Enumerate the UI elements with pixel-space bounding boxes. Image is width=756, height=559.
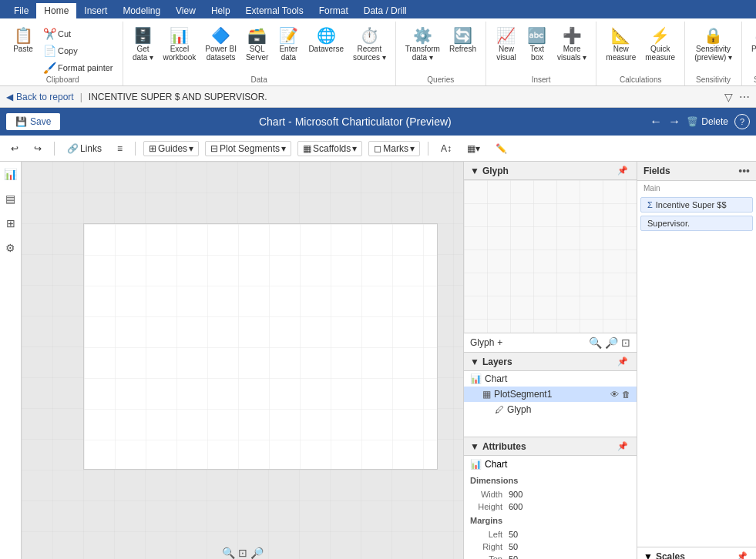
- tab-file[interactable]: File: [6, 3, 36, 18]
- save-button[interactable]: 💾 Save: [6, 113, 60, 130]
- get-data-button[interactable]: 🗄️ Getdata ▾: [129, 26, 157, 63]
- glyph-zoom-in-btn[interactable]: 🔍: [589, 336, 602, 349]
- canvas-zoom-out-btn[interactable]: 🔍: [222, 547, 235, 559]
- layer-visibility-btn[interactable]: 👁: [610, 390, 619, 399]
- sensitivity-group-label: Sensitivity: [696, 75, 731, 85]
- tab-view[interactable]: View: [168, 3, 203, 18]
- ribbon-tabs: File Home Insert Modeling View Help Exte…: [0, 0, 756, 18]
- new-measure-button[interactable]: 📐 Newmeasure: [603, 26, 639, 63]
- powerbi-datasets-icon: 🔷: [211, 28, 230, 43]
- layer-glyph-item[interactable]: 🖊 Glyph: [464, 402, 637, 417]
- scaffolds-label: Scaffolds: [313, 143, 351, 154]
- filter-icon[interactable]: ▽: [724, 91, 733, 103]
- tab-external-tools[interactable]: External Tools: [238, 3, 311, 18]
- transform-data-button[interactable]: ⚙️ Transformdata ▾: [402, 26, 443, 63]
- sql-server-button[interactable]: 🗃️ SQLServer: [243, 26, 271, 63]
- ribbon-group-calculations: 📐 Newmeasure ⚡ Quickmeasure Calculations: [596, 22, 685, 85]
- fields-more-button[interactable]: •••: [738, 165, 750, 177]
- glyph-zoom-controls: 🔍 🔎 ⊡: [589, 336, 630, 349]
- tab-help[interactable]: Help: [203, 3, 238, 18]
- plot-segment-icon: ▦: [482, 389, 491, 400]
- glyph-add-button[interactable]: Glyph +: [470, 337, 502, 348]
- left-icon-layers[interactable]: ▤: [2, 189, 18, 208]
- canvas-zoom-in-btn[interactable]: 🔎: [250, 547, 264, 559]
- text-box-icon: 🔤: [527, 28, 546, 43]
- scales-pin-button[interactable]: 📌: [734, 551, 750, 559]
- layer-delete-btn[interactable]: 🗑: [622, 390, 630, 399]
- calculations-group-label: Calculations: [620, 75, 661, 85]
- field-incentive-item[interactable]: Σ Incentive Super $$: [640, 197, 753, 213]
- glyph-zoom-fit-btn[interactable]: ⊡: [621, 336, 630, 349]
- shape-icon-button[interactable]: ▦▾: [462, 142, 485, 156]
- more-visuals-icon: ➕: [563, 28, 582, 43]
- resize-right-icon[interactable]: →: [668, 115, 680, 129]
- attributes-pin-button[interactable]: 📌: [615, 440, 630, 452]
- tab-data-drill[interactable]: Data / Drill: [356, 3, 415, 18]
- scales-collapse-icon[interactable]: ▼: [643, 551, 653, 560]
- cut-button[interactable]: ✂️ Cut: [40, 26, 116, 42]
- links-button[interactable]: 🔗 Links: [62, 142, 106, 156]
- tab-modeling[interactable]: Modeling: [115, 3, 168, 18]
- refresh-button[interactable]: 🔄 Refresh: [446, 26, 479, 55]
- list-icon-button[interactable]: ≡: [113, 142, 127, 156]
- glyph-panel: ▼ Glyph 📌: [464, 162, 637, 353]
- canvas-zoom-reset-btn[interactable]: ⊡: [238, 547, 247, 559]
- width-row: Width 900: [464, 488, 637, 500]
- clipboard-group-label: Clipboard: [46, 75, 79, 85]
- text-icon-button[interactable]: A↕: [436, 142, 456, 156]
- more-options-icon[interactable]: ⋯: [739, 91, 750, 103]
- dataverse-button[interactable]: 🌐 Dataverse: [305, 26, 347, 55]
- delete-button[interactable]: 🗑️ Delete: [687, 116, 728, 127]
- attributes-collapse-icon[interactable]: ▼: [470, 441, 479, 452]
- tab-insert[interactable]: Insert: [76, 3, 115, 18]
- help-button[interactable]: ?: [734, 114, 750, 129]
- right-margin-row: Right 50: [464, 541, 637, 553]
- powerbi-datasets-button[interactable]: 🔷 Power BIdatasets: [202, 26, 240, 63]
- cut-icon: ✂️: [43, 28, 56, 40]
- scaffolds-dropdown[interactable]: ▦ Scaffolds ▾: [297, 141, 362, 156]
- plot-segments-dropdown[interactable]: ⊟ Plot Segments ▾: [205, 141, 291, 156]
- left-icon-settings[interactable]: ⚙: [2, 239, 18, 257]
- marks-dropdown[interactable]: ◻ Marks ▾: [368, 141, 420, 156]
- paste-button[interactable]: 📋 Paste: [9, 26, 37, 55]
- delete-label: Delete: [701, 116, 728, 127]
- main-content: 📊 ▤ ⊞ ⚙: [0, 162, 756, 559]
- canvas-zoom-controls: 🔍 ⊡ 🔎: [222, 547, 264, 559]
- layers-panel-actions: 📌: [615, 356, 630, 367]
- excel-button[interactable]: 📊 Excelworkbook: [160, 26, 200, 63]
- tab-home[interactable]: Home: [36, 3, 76, 18]
- sensitivity-button[interactable]: 🔒 Sensitivity(preview) ▾: [691, 26, 735, 63]
- guides-dropdown[interactable]: ⊞ Guides ▾: [143, 141, 199, 156]
- recent-sources-button[interactable]: ⏱️ Recentsources ▾: [350, 26, 389, 63]
- field-supervisor-item[interactable]: Supervisor.: [640, 216, 753, 231]
- tab-format[interactable]: Format: [311, 3, 356, 18]
- publish-button[interactable]: ☁️ Publish: [748, 26, 756, 55]
- canvas-inner-grid: [84, 224, 437, 469]
- layer-chart-item[interactable]: 📊 Chart: [464, 371, 637, 387]
- pencil-button[interactable]: ✏️: [491, 142, 512, 156]
- format-painter-button[interactable]: 🖌️ Format painter: [40, 60, 116, 75]
- layers-pin-button[interactable]: 📌: [615, 356, 630, 367]
- resize-left-icon[interactable]: ←: [650, 115, 662, 129]
- glyph-zoom-out-btn[interactable]: 🔎: [605, 336, 618, 349]
- layer-plot-segment-item[interactable]: ▦ PlotSegment1 👁 🗑: [464, 387, 637, 402]
- copy-button[interactable]: 📄 Copy: [40, 43, 116, 59]
- paste-icon: 📋: [14, 28, 33, 43]
- enter-data-button[interactable]: 📝 Enterdata: [274, 26, 302, 63]
- quick-measure-button[interactable]: ⚡ Quickmeasure: [642, 26, 678, 63]
- back-to-report-button[interactable]: ◀ Back to report: [6, 92, 74, 102]
- field-sigma-icon: Σ: [647, 200, 653, 209]
- glyph-collapse-icon[interactable]: ▼: [470, 166, 479, 176]
- format-painter-label: Format painter: [58, 63, 113, 72]
- redo-button[interactable]: ↪: [29, 142, 46, 156]
- undo-button[interactable]: ↩: [6, 142, 23, 156]
- glyph-canvas: [464, 180, 637, 333]
- more-visuals-button[interactable]: ➕ Morevisuals ▾: [554, 26, 590, 63]
- left-icon-table[interactable]: ⊞: [3, 214, 18, 233]
- text-box-button[interactable]: 🔤 Textbox: [523, 26, 551, 63]
- new-visual-button[interactable]: 📈 Newvisual: [492, 26, 520, 63]
- left-icon-chart[interactable]: 📊: [1, 165, 20, 183]
- sql-server-label: SQLServer: [246, 45, 268, 62]
- layers-collapse-icon[interactable]: ▼: [470, 356, 479, 367]
- glyph-pin-button[interactable]: 📌: [615, 165, 630, 176]
